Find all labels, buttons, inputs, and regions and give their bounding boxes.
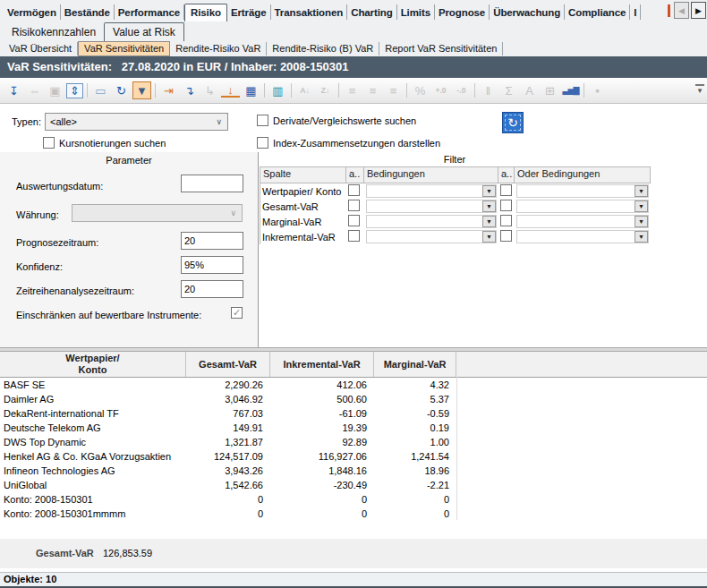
prognosezeitraum-input[interactable]: [181, 232, 243, 250]
menu-tab[interactable]: Risiko: [184, 4, 227, 21]
column-header-gesamt-var[interactable]: Gesamt-VaR: [186, 352, 270, 377]
cell-wertpapier: UniGlobal: [0, 480, 186, 490]
waehrung-select: [72, 204, 243, 222]
typen-label: Typen:: [12, 116, 41, 127]
view-tab[interactable]: VaR Sensitivitäten: [78, 41, 170, 56]
cell-inkremental-var: 19.39: [270, 422, 374, 433]
filter-or-checkbox[interactable]: [500, 200, 512, 211]
table-row[interactable]: Konto: 2008-150301mmmm 0 0 0: [0, 507, 707, 521]
menu-tab[interactable]: Charting: [347, 4, 396, 20]
sort-asc-icon: A↓: [295, 81, 314, 99]
cell-gesamt-var: 767.03: [186, 408, 270, 419]
view-tab[interactable]: Rendite-Risiko VaR: [170, 42, 267, 55]
konfidenz-input[interactable]: [181, 256, 243, 274]
filter-or-checkbox[interactable]: [500, 184, 512, 196]
filter-header-and: a..: [346, 167, 364, 183]
menu-tab[interactable]: Erträge: [227, 4, 271, 20]
save-report-icon[interactable]: ↧: [4, 81, 23, 99]
filter-and-checkbox[interactable]: [348, 230, 360, 242]
cell-gesamt-var: 2,290.26: [186, 379, 270, 390]
filter-or-checkbox[interactable]: [500, 215, 512, 226]
index-checkbox[interactable]: Index-Zusammensetzungen darstellen: [257, 137, 440, 149]
zeitreihenanalysezeitraum-input[interactable]: [181, 280, 243, 298]
toolbar-separator: [474, 83, 475, 98]
table-row[interactable]: Daimler AG 3,046.92 500.60 5.37: [0, 392, 707, 406]
table-row[interactable]: BASF SE 2,290.26 412.06 4.32: [0, 378, 707, 392]
copy-view-icon: ▣: [46, 81, 64, 99]
kursnotierungen-checkbox[interactable]: Kursnotierungen suchen: [43, 137, 166, 149]
filter-rows: Wertpapier/ Konto Gesamt-VaR: [260, 183, 651, 244]
sort-desc-icon: Z↓: [316, 81, 335, 99]
remove-decimal-icon: -.0: [452, 81, 471, 99]
table-row[interactable]: DekaRent-international TF 767.03 -61.09 …: [0, 406, 707, 421]
menu-tab[interactable]: Compliance: [565, 4, 630, 20]
menu-tab[interactable]: I: [630, 4, 641, 20]
cell-wertpapier: BASF SE: [0, 379, 186, 390]
view-tab[interactable]: VaR Übersicht: [4, 42, 78, 55]
typen-select[interactable]: <alle>: [45, 113, 228, 131]
toolbar-overflow-button[interactable]: ▾: [695, 84, 704, 94]
table-row[interactable]: Konto: 2008-150301 0 0 0: [0, 492, 707, 507]
derivate-checkbox-label: Derivate/Vergleichswerte suchen: [273, 115, 416, 126]
sub-tab[interactable]: Risikokennzahlen: [4, 23, 104, 41]
toolbar-separator: [264, 83, 265, 98]
view-tab[interactable]: Report VaR Sensitivitäten: [379, 42, 503, 55]
cell-inkremental-var: 1,848.16: [270, 465, 374, 476]
fit-height-icon[interactable]: ⇕: [66, 83, 83, 98]
column-header-marginal-var[interactable]: Marginal-VaR: [374, 352, 456, 377]
cell-inkremental-var: 500.60: [270, 394, 374, 405]
cell-wertpapier: Konto: 2008-150301mmmm: [0, 508, 186, 519]
chart-icon[interactable]: ▃▅▇: [561, 81, 580, 99]
menu-tab[interactable]: Performance: [115, 4, 184, 20]
view-tab[interactable]: Rendite-Risiko (B) VaR: [267, 42, 379, 55]
insert-chart-icon[interactable]: ▦: [242, 81, 260, 99]
menu-tab[interactable]: Prognose: [435, 4, 490, 20]
cell-wertpapier: Deutsche Telekom AG: [0, 422, 186, 433]
filter-or-condition-select[interactable]: [516, 200, 649, 213]
filter-or-condition-select[interactable]: [516, 215, 649, 228]
first-row-icon[interactable]: ⇥: [159, 81, 178, 99]
filter-condition-select[interactable]: [366, 215, 497, 228]
table-row[interactable]: Deutsche Telekom AG 149.91 19.39 0.19: [0, 421, 707, 435]
restrict-instruments-label: Einschränken auf bewertbare Instrumente:: [16, 310, 201, 320]
column-header-wertpapier-konto[interactable]: Wertpapier/ Konto: [0, 352, 186, 377]
filter-or-checkbox[interactable]: [500, 230, 512, 242]
menu-tab[interactable]: Limits: [397, 4, 435, 20]
derivate-checkbox[interactable]: Derivate/Vergleichswerte suchen: [257, 115, 416, 126]
refresh-icon[interactable]: ↻: [112, 81, 131, 99]
menu-tab[interactable]: Bestände: [61, 4, 115, 20]
filter-condition-select[interactable]: [366, 230, 497, 243]
refresh-search-button[interactable]: ↻: [502, 112, 524, 133]
filter-and-checkbox[interactable]: [348, 200, 360, 211]
table-row[interactable]: Henkel AG & Co. KGaA Vorzugsaktien 124,5…: [0, 449, 707, 464]
table-row[interactable]: DWS Top Dynamic 1,321.87 92.89 1.00: [0, 435, 707, 449]
insert-row-icon[interactable]: ↴: [180, 81, 199, 99]
total-footer: Gesamt-VaR 126,853.59: [0, 539, 707, 568]
select-columns-icon[interactable]: ▥: [268, 81, 287, 99]
filter-condition-select[interactable]: [366, 184, 497, 198]
filter-and-checkbox[interactable]: [348, 215, 360, 226]
filter-or-condition-select[interactable]: [516, 230, 649, 243]
parameter-form-pane: Typen: <alle> Derivate/Vergleichswerte s…: [0, 104, 707, 347]
menu-tab[interactable]: Überwachung: [490, 4, 565, 20]
fit-window-icon: ⇔: [25, 81, 44, 99]
sub-tab[interactable]: Value at Risk: [104, 22, 184, 41]
filter-and-checkbox[interactable]: [348, 184, 360, 196]
auswertungsdatum-input[interactable]: [181, 175, 243, 192]
toolbar-separator: [87, 83, 88, 98]
cell-marginal-var: 0: [374, 494, 456, 505]
column-header-inkremental-var[interactable]: Inkremental-VaR: [270, 352, 374, 377]
table-row[interactable]: UniGlobal 1,542.66 -230.49 -2.21: [0, 478, 707, 492]
menu-tab[interactable]: Vermögen: [4, 4, 61, 20]
restrict-instruments-checkbox[interactable]: [231, 307, 243, 319]
tab-scroll-controls: ◀ ▶: [668, 2, 706, 19]
filter-or-condition-select[interactable]: [516, 184, 649, 198]
filter-condition-select[interactable]: [366, 200, 497, 213]
menu-tab[interactable]: Transaktionen: [271, 4, 348, 20]
new-window-icon[interactable]: ▭: [91, 81, 110, 99]
tab-scroll-right-button[interactable]: ▶: [691, 2, 706, 19]
filter-icon[interactable]: ▼: [132, 81, 151, 99]
toolbar-separator: [155, 83, 156, 98]
last-row-icon[interactable]: ↓: [221, 83, 240, 98]
table-row[interactable]: Infineon Technologies AG 3,943.26 1,848.…: [0, 464, 707, 478]
